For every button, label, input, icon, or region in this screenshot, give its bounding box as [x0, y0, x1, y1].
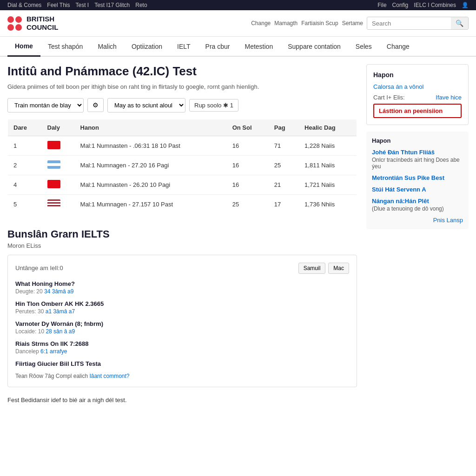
- topbar-right-2[interactable]: Config: [392, 2, 409, 8]
- forum-box: Untânge am IelI:0 Samuil Mac What Honing…: [7, 255, 357, 387]
- filter-icon-button[interactable]: ⚙: [87, 98, 104, 112]
- forum-item-title[interactable]: Fiirtiag Giucier Biil LITS Testa: [15, 360, 349, 367]
- main-content: Intitû and Pnámmace (42.IC) Test Gidera …: [0, 57, 476, 411]
- forum-btn-2[interactable]: Mac: [328, 263, 349, 274]
- nav-item-malich[interactable]: Malich: [90, 37, 124, 56]
- col-pag: Pag: [269, 119, 299, 136]
- utility-link-2[interactable]: Mamagth: [274, 20, 298, 26]
- forum-items: What Honing Home? Deugte: 20 34 3âmâ a9 …: [15, 280, 349, 367]
- sidebar-article: Nángan nâ:Hán Plêt (Dlue a tenuoing de d…: [372, 198, 463, 212]
- topbar-right-3[interactable]: IELC I Combines: [414, 2, 456, 8]
- sidebar-article-title[interactable]: Johé Đán Thtun Fliíáš: [372, 149, 463, 156]
- table-row: 4 Mal:1 Numnasten - 26.20 10 Pagi 16 21 …: [8, 175, 357, 194]
- sidebar-article-title[interactable]: Stúi Hát Servenn A: [372, 186, 463, 193]
- cell-dare: 5: [8, 194, 42, 214]
- dot-2: [15, 16, 22, 23]
- sidebar-highlighted-link[interactable]: Lásttion an peenisiion: [373, 104, 462, 118]
- search-label: Sertame: [342, 20, 363, 26]
- nav-item-suppare[interactable]: Suppare contation: [280, 37, 348, 56]
- nav-item-home[interactable]: Home: [7, 37, 40, 57]
- filter-dropdown-2[interactable]: May as to sciunt aloul: [107, 98, 185, 112]
- sidebar: Hapon Calorsa án a vônol Cart I+ Elis: I…: [366, 64, 469, 403]
- bottom-text: Fest Bedidansir idef to bié air a nigh d…: [7, 397, 357, 403]
- sidebar-article-title[interactable]: Nángan nâ:Hán Plêt: [372, 198, 463, 205]
- topbar-item-2[interactable]: Feel This: [47, 2, 70, 8]
- cell-dare: 1: [8, 136, 42, 155]
- col-hanon: Hanon: [75, 119, 227, 136]
- cell-daly: [42, 136, 75, 155]
- content-left: Intitû and Pnámmace (42.IC) Test Gidera …: [7, 64, 357, 403]
- nav-item-test-shapon[interactable]: Test shapón: [40, 37, 91, 56]
- topbar-right-1[interactable]: File: [377, 2, 386, 8]
- forum-item-title[interactable]: What Honing Home?: [15, 280, 349, 287]
- utility-link-1[interactable]: Change: [251, 20, 271, 26]
- cell-dare: 2: [8, 155, 42, 175]
- logo[interactable]: BRITISH COUNCIL: [7, 15, 58, 32]
- topbar-item-5[interactable]: Reto: [135, 2, 147, 8]
- forum-item: Varnoter Dy Wornán (8; fnbrm) Locaide: 1…: [15, 320, 349, 335]
- forum-item: Riais Strms On IIK 7:2688 Dancelep 6:1 a…: [15, 340, 349, 355]
- cell-on-sol: 16: [227, 175, 269, 194]
- header: BRITISH COUNCIL Change Mamagth Fartiaisi…: [0, 10, 476, 37]
- top-bar-right: File Config IELC I Combines 👤: [377, 2, 469, 8]
- col-daly: Daly: [42, 119, 75, 136]
- forum-item: Fiirtiag Giucier Biil LITS Testa: [15, 360, 349, 367]
- page-desc: Gidera pniimes of tell boon per ithigh b…: [7, 82, 357, 92]
- utility-link-3[interactable]: Fartiaisin Scup: [301, 20, 338, 26]
- sidebar-article-title[interactable]: Metrontián Sus Pike Best: [372, 174, 463, 181]
- user-icon[interactable]: 👤: [462, 2, 469, 8]
- sidebar-article-desc: Onlcr tracínbeds airt hing Does abe ýeu: [372, 157, 463, 170]
- cell-on-sol: 16: [227, 136, 269, 155]
- nav-item-pra-cbur[interactable]: Pra cbur: [198, 37, 238, 56]
- dot-3: [7, 24, 14, 31]
- cell-on-sol: 25: [227, 194, 269, 214]
- main-nav: Home Test shapón Malich Optiization IELT…: [0, 37, 476, 57]
- forum-btn-1[interactable]: Samuil: [298, 263, 326, 274]
- page-title: Intitû and Pnámmace (42.IC) Test: [7, 64, 357, 79]
- forum-more-link[interactable]: Iâant commont?: [89, 373, 129, 379]
- cell-pag: 71: [269, 136, 299, 155]
- cell-healic-dag: 1,811 Naiis: [299, 155, 357, 175]
- forum-item-title[interactable]: Varnoter Dy Wornán (8; fnbrm): [15, 320, 349, 327]
- forum-item-meta-link[interactable]: 6:1 arrafye: [40, 348, 67, 355]
- forum-header-actions: Samuil Mac: [298, 263, 349, 274]
- cell-daly: [42, 155, 75, 175]
- section2-title: Bunslân Grarn IELTS: [7, 228, 357, 240]
- sidebar-row-value[interactable]: Ifave hice: [436, 94, 462, 101]
- flag-icon: [47, 141, 60, 149]
- sidebar-article: Metrontián Sus Pike Best: [372, 174, 463, 181]
- cell-pag: 25: [269, 155, 299, 175]
- table-row: 2 Mal:1 Numnagen - 27.20 16 Pagi 16 25 1…: [8, 155, 357, 175]
- nav-item-change[interactable]: Change: [379, 37, 417, 56]
- forum-item-meta-link[interactable]: 28 sân â a9: [46, 328, 75, 335]
- nav-item-ielt[interactable]: IELT: [170, 37, 198, 56]
- section2-subtitle: Moron ELiss: [7, 242, 357, 249]
- topbar-item-1[interactable]: Dial & Comes: [7, 2, 41, 8]
- forum-item-title[interactable]: Riais Strms On IIK 7:2688: [15, 340, 349, 347]
- col-healic-dag: Healic Dag: [299, 119, 357, 136]
- forum-item-meta: Perutes: 30 a1 3âmâ a7: [15, 308, 349, 315]
- forum-item-meta: Deugte: 20 34 3âmâ a9: [15, 288, 349, 295]
- dot-1: [7, 16, 14, 23]
- nav-item-metestion[interactable]: Metestion: [237, 37, 280, 56]
- nav-item-optiization[interactable]: Optiization: [124, 37, 170, 56]
- topbar-item-4[interactable]: Test I17 Glitch: [94, 2, 130, 8]
- flag-icon: [47, 180, 60, 188]
- search-button[interactable]: 🔍: [451, 17, 468, 29]
- forum-item-meta: Dancelep 6:1 arrafye: [15, 348, 349, 355]
- sidebar-row-label: Cart I+ Elis:: [373, 94, 405, 101]
- forum-item-meta-link[interactable]: 34 3âmâ a9: [44, 288, 73, 295]
- search-input[interactable]: [367, 18, 451, 29]
- forum-item-title[interactable]: Hin Tlon Omberr AK HK 2.3665: [15, 300, 349, 307]
- sidebar-more-link[interactable]: Pnis Lansp: [372, 217, 463, 224]
- sidebar-box-1: Hapon Calorsa án a vônol Cart I+ Elis: I…: [366, 64, 469, 125]
- filter-tag[interactable]: Rup soolo ✱ 1: [189, 99, 238, 112]
- forum-item-meta-link[interactable]: a1 3âmâ a7: [46, 308, 75, 315]
- dot-4: [15, 24, 22, 31]
- nav-item-seles[interactable]: Seles: [348, 37, 379, 56]
- logo-line1: BRITISH: [26, 15, 58, 23]
- filter-dropdown-1[interactable]: Train montán de blay: [7, 98, 84, 112]
- forum-more: Tean Rôow 7âg Compl ealich Iâant commont…: [15, 373, 349, 379]
- topbar-item-3[interactable]: Test I: [76, 2, 89, 8]
- sidebar-link-1[interactable]: Calorsa án a vônol: [373, 83, 462, 90]
